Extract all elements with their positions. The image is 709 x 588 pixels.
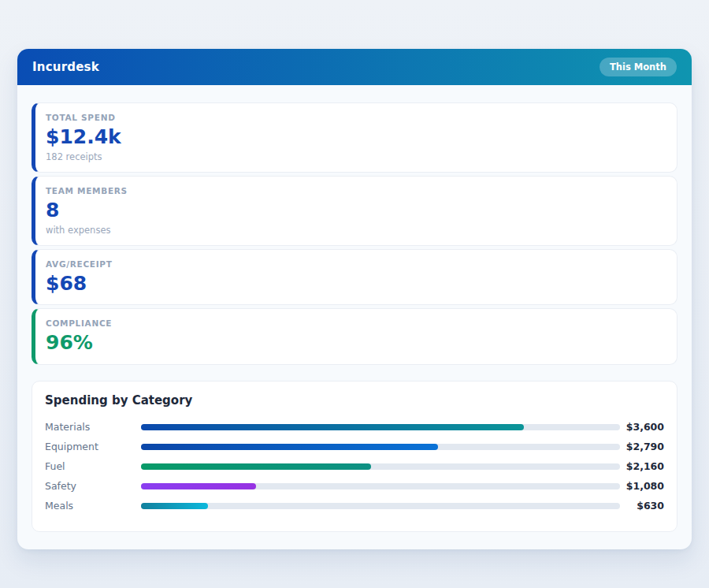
bar-track — [141, 483, 620, 489]
bar-track — [141, 444, 620, 450]
spending-by-category-card: Spending by Category Materials $3,600 Eq… — [32, 381, 677, 532]
chart-title: Spending by Category — [45, 393, 664, 408]
bar-value-label: $3,600 — [620, 421, 664, 433]
bar-row-equipment: Equipment $2,790 — [45, 437, 664, 456]
bar-fill — [141, 483, 256, 489]
stat-label: TEAM MEMBERS — [46, 186, 664, 195]
bar-row-meals: Meals $630 — [45, 496, 664, 515]
stat-subtext: 182 receipts — [46, 151, 664, 162]
dashboard-card: Incurdesk This Month TOTAL SPEND $12.4k … — [17, 49, 692, 549]
stat-value: 8 — [46, 199, 664, 222]
bar-value-label: $1,080 — [620, 480, 664, 492]
bar-fill — [141, 444, 438, 450]
bar-fill — [141, 424, 524, 430]
stat-label: COMPLIANCE — [46, 318, 664, 328]
bar-track — [141, 503, 620, 509]
period-badge[interactable]: This Month — [599, 58, 677, 76]
app-title: Incurdesk — [32, 60, 99, 74]
bar-category-label: Equipment — [45, 441, 141, 452]
stats-list: TOTAL SPEND $12.4k 182 receipts TEAM MEM… — [32, 102, 677, 365]
stat-value: $68 — [46, 273, 664, 296]
bar-track — [141, 463, 620, 470]
stat-label: TOTAL SPEND — [46, 113, 664, 122]
stat-value: $12.4k — [46, 126, 664, 149]
bar-track — [141, 424, 620, 430]
stat-card-team-members: TEAM MEMBERS 8 with expenses — [32, 176, 677, 246]
bar-category-label: Materials — [45, 421, 141, 433]
stat-subtext: with expenses — [46, 225, 664, 236]
bar-category-label: Safety — [45, 480, 141, 492]
bar-fill — [141, 463, 371, 470]
bar-category-label: Meals — [45, 500, 141, 512]
stat-card-compliance: COMPLIANCE 96% — [32, 308, 677, 365]
app-header: Incurdesk This Month — [17, 49, 692, 85]
bar-value-label: $630 — [620, 500, 664, 512]
dashboard-content: TOTAL SPEND $12.4k 182 receipts TEAM MEM… — [17, 85, 692, 549]
stat-label: AVG/RECEIPT — [46, 259, 664, 269]
stat-card-total-spend: TOTAL SPEND $12.4k 182 receipts — [32, 102, 677, 173]
stat-value: 96% — [46, 332, 664, 355]
bar-value-label: $2,790 — [620, 441, 664, 452]
bar-row-materials: Materials $3,600 — [45, 417, 664, 437]
bar-row-fuel: Fuel $2,160 — [45, 456, 664, 476]
bar-category-label: Fuel — [45, 460, 141, 472]
bar-row-safety: Safety $1,080 — [45, 476, 664, 496]
bar-fill — [141, 503, 208, 509]
bar-value-label: $2,160 — [620, 460, 664, 472]
stat-card-avg-receipt: AVG/RECEIPT $68 — [32, 249, 677, 306]
